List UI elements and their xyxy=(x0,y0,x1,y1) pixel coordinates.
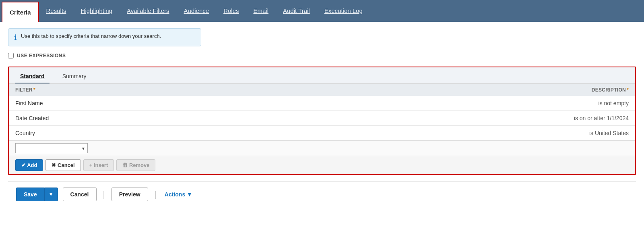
nav-item-execution-log[interactable]: Execution Log xyxy=(317,0,370,22)
nav-item-audience[interactable]: Audience xyxy=(177,0,217,22)
nav-bar: Criteria Results Highlighting Available … xyxy=(0,0,644,22)
sub-tab-standard[interactable]: Standard xyxy=(15,71,50,83)
footer-divider-2: | xyxy=(155,190,157,199)
filter-cell-date-created: Date Created xyxy=(9,111,264,126)
table-action-buttons: ✔ Add ✖ Cancel + Insert 🗑 Remove xyxy=(9,156,635,174)
footer-divider: | xyxy=(103,190,105,199)
nav-item-highlighting[interactable]: Highlighting xyxy=(74,0,120,22)
footer-cancel-button[interactable]: Cancel xyxy=(63,188,97,201)
insert-button[interactable]: + Insert xyxy=(83,159,114,171)
criteria-panel: Standard Summary FILTER* DESCRIPTION* xyxy=(8,67,636,175)
filter-cell-country: Country xyxy=(9,126,264,141)
save-dropdown-arrow-icon: ▼ xyxy=(49,192,54,197)
nav-item-available-filters[interactable]: Available Filters xyxy=(120,0,177,22)
col-header-filter: FILTER* xyxy=(9,84,264,96)
main-content: ℹ Use this tab to specify criteria that … xyxy=(0,22,644,213)
sub-tab-summary-label: Summary xyxy=(62,73,87,79)
col-header-description: DESCRIPTION* xyxy=(264,84,635,96)
save-group: Save ▼ xyxy=(16,188,58,201)
nav-item-roles[interactable]: Roles xyxy=(216,0,246,22)
info-icon: ℹ xyxy=(14,33,17,42)
nav-label-audience: Audience xyxy=(184,7,209,14)
nav-label-execution-log: Execution Log xyxy=(324,7,363,14)
description-required-star: * xyxy=(627,87,629,93)
nav-label-available-filters: Available Filters xyxy=(127,7,169,14)
cancel-button[interactable]: ✖ Cancel xyxy=(45,159,80,171)
remove-button[interactable]: 🗑 Remove xyxy=(116,159,155,171)
nav-item-criteria[interactable]: Criteria xyxy=(2,2,39,22)
info-text: Use this tab to specify criteria that na… xyxy=(21,33,161,40)
sub-tabs: Standard Summary xyxy=(9,67,635,84)
filter-dropdown[interactable] xyxy=(15,143,88,153)
filter-cell-first-name: First Name xyxy=(9,96,264,111)
use-expressions-checkbox[interactable] xyxy=(8,53,14,58)
save-button[interactable]: Save xyxy=(16,188,44,201)
table-row[interactable]: Country is United States xyxy=(9,126,635,141)
nav-item-email[interactable]: Email xyxy=(246,0,276,22)
nav-label-highlighting: Highlighting xyxy=(81,7,112,14)
footer-bar: Save ▼ Cancel | Preview | Actions ▼ xyxy=(8,181,636,207)
nav-label-email: Email xyxy=(253,7,268,14)
description-cell-country: is United States xyxy=(264,126,635,141)
info-box: ℹ Use this tab to specify criteria that … xyxy=(8,28,201,46)
preview-button[interactable]: Preview xyxy=(111,188,148,201)
sub-tab-standard-label: Standard xyxy=(20,73,45,79)
table-row[interactable]: Date Created is on or after 1/1/2024 xyxy=(9,111,635,126)
actions-button[interactable]: Actions ▼ xyxy=(163,188,194,201)
nav-label-results: Results xyxy=(46,7,66,14)
dropdown-row: ▼ xyxy=(9,140,635,156)
sub-tab-summary[interactable]: Summary xyxy=(58,71,91,83)
table-row[interactable]: First Name is not empty xyxy=(9,96,635,111)
nav-item-audit-trail[interactable]: Audit Trail xyxy=(276,0,317,22)
filter-dropdown-wrapper: ▼ xyxy=(15,143,88,153)
description-cell-first-name: is not empty xyxy=(264,96,635,111)
add-button[interactable]: ✔ Add xyxy=(15,159,43,171)
nav-label-criteria: Criteria xyxy=(10,9,31,16)
nav-label-roles: Roles xyxy=(223,7,239,14)
save-dropdown-button[interactable]: ▼ xyxy=(44,188,58,201)
use-expressions-label: USE EXPRESSIONS xyxy=(17,53,66,58)
filter-table: FILTER* DESCRIPTION* First Name is not e… xyxy=(9,84,635,140)
filter-required-star: * xyxy=(33,87,35,93)
table-header-row: FILTER* DESCRIPTION* xyxy=(9,84,635,96)
use-expressions-row: USE EXPRESSIONS xyxy=(8,53,636,58)
nav-label-audit-trail: Audit Trail xyxy=(283,7,310,14)
description-cell-date-created: is on or after 1/1/2024 xyxy=(264,111,635,126)
nav-item-results[interactable]: Results xyxy=(39,0,74,22)
